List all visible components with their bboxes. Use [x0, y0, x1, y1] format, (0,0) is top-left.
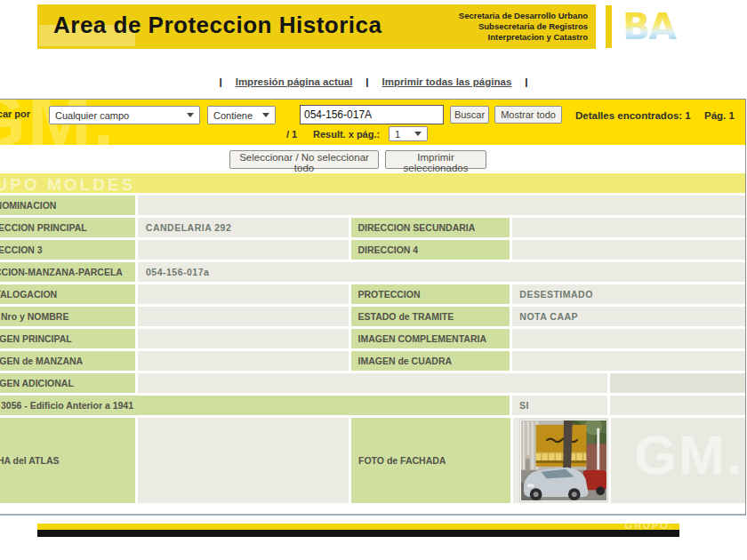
- ba-logo-text: BA: [622, 7, 677, 46]
- search-field-select[interactable]: Cualquier campo: [49, 106, 200, 124]
- field-label-ficha-del-atlas: FICHA del ATLAS: [0, 418, 135, 503]
- table-row: IMAGEN PRINCIPAL IMAGEN COMPLEMENTARIA: [0, 329, 745, 348]
- search-query-input[interactable]: [300, 105, 444, 124]
- separator-pipe: |: [219, 76, 221, 87]
- table-row: SECCION-MANZANA-PARCELA 054-156-017a: [0, 262, 745, 282]
- facade-photo[interactable]: [519, 419, 608, 502]
- footer-yellow-bar: GRUPO.: [37, 524, 679, 530]
- table-filler: GM.: [611, 418, 745, 503]
- org-line-1: Secretaria de Desarrollo Urbano: [459, 11, 588, 21]
- select-all-button[interactable]: Seleccionar / No seleccionar todo: [229, 150, 379, 169]
- field-label-direccion-4: DIRECCION 4: [351, 240, 510, 260]
- field-label-ley-3056: Ley 3056 - Edificio Anterior a 1941: [0, 396, 510, 415]
- field-label-imagen-adicional: IMAGEN ADICIONAL: [0, 373, 135, 393]
- record-table: DENOMINACION DIRECCION PRINCIPAL CANDELA…: [0, 196, 745, 503]
- field-value-denominacion: [138, 196, 745, 215]
- page-title: Area de Proteccion Historica: [53, 12, 382, 39]
- gm-watermark: GM.: [634, 423, 743, 486]
- search-operator-value: Contiene: [213, 110, 253, 121]
- field-value-proteccion: DESESTIMADO: [512, 284, 745, 304]
- field-label-direccion-principal: DIRECCION PRINCIPAL: [0, 218, 135, 237]
- table-filler: [610, 373, 745, 393]
- field-value-catalogacion: [138, 284, 349, 304]
- table-row: Ley Nro y NOMBRE ESTADO de TRAMITE NOTA …: [0, 307, 745, 326]
- print-all-pages-link[interactable]: Imprimir todas las páginas: [382, 76, 512, 87]
- banner-divider: [606, 5, 612, 48]
- app-banner: Area de Proteccion Historica Secretaria …: [37, 4, 683, 49]
- field-value-imagen-principal: [138, 329, 349, 348]
- foto-de-fachada-cell: [513, 418, 608, 503]
- grupo-watermark: GRUPO.: [625, 520, 674, 531]
- field-value-imagen-complementaria: [512, 329, 745, 348]
- page-indicator: Pág. 1: [704, 110, 735, 121]
- results-per-page-select[interactable]: 1: [389, 126, 428, 141]
- field-value-ley-nro-nombre: [138, 307, 349, 326]
- field-label-ley-nro-nombre: Ley Nro y NOMBRE: [0, 307, 135, 326]
- chevron-down-icon: [262, 113, 269, 117]
- footer: GRUPO.: [37, 524, 679, 537]
- field-label-denominacion: DENOMINACION: [0, 196, 135, 215]
- field-value-direccion-3: [138, 240, 349, 260]
- print-links-row: | Impresión página actual | Imprimir tod…: [0, 76, 747, 87]
- field-value-direccion-secundaria: [512, 218, 745, 237]
- field-label-imagen-de-cuadra: IMAGEN de CUADRA: [351, 351, 510, 371]
- print-current-page-link[interactable]: Impresión página actual: [236, 76, 353, 87]
- org-line-2: Subsecretaria de Registros: [459, 21, 588, 32]
- field-label-imagen-complementaria: IMAGEN COMPLEMENTARIA: [351, 329, 510, 348]
- field-label-direccion-3: DIRECCION 3: [0, 240, 135, 260]
- field-value-direccion-principal: CANDELARIA 292: [138, 218, 349, 237]
- footer-black-bar: [37, 530, 679, 537]
- divider-band: GRUPO MOLDES: [0, 173, 745, 193]
- page: Area de Proteccion Historica Secretaria …: [0, 0, 747, 560]
- field-value-direccion-4: [512, 240, 745, 260]
- field-value-ficha-del-atlas: [138, 418, 349, 503]
- search-button[interactable]: Buscar: [450, 106, 489, 124]
- field-value-estado-de-tramite: NOTA CAAP: [512, 307, 745, 326]
- print-selected-button[interactable]: Imprimir seleccionados: [385, 150, 486, 169]
- chevron-down-icon: [414, 132, 422, 136]
- search-bar: GM. Buscar por Cualquier campo Contiene …: [0, 100, 745, 145]
- table-row: Ley 3056 - Edificio Anterior a 1941 SI: [0, 396, 745, 415]
- show-all-button[interactable]: Mostrar todo: [494, 106, 562, 124]
- org-lines: Secretaria de Desarrollo Urbano Subsecre…: [459, 11, 588, 43]
- field-label-proteccion: PROTECCION: [351, 284, 510, 304]
- of-pages-label: / 1: [286, 129, 297, 140]
- field-label-catalogacion: CATALOGACION: [0, 284, 135, 304]
- field-label-foto-de-fachada: FOTO de FACHADA: [351, 418, 510, 503]
- field-label-imagen-principal: IMAGEN PRINCIPAL: [0, 329, 135, 348]
- results-per-page-value: 1: [395, 129, 400, 140]
- search-operator-select[interactable]: Contiene: [207, 106, 276, 124]
- table-row: DENOMINACION: [0, 196, 745, 215]
- search-field-value: Cualquier campo: [55, 110, 129, 121]
- results-per-page-label: Result. x pág.:: [313, 129, 380, 140]
- field-value-imagen-adicional: [138, 373, 607, 393]
- table-filler: [610, 396, 745, 415]
- table-row: IMAGEN ADICIONAL: [0, 373, 745, 393]
- banner-background: Area de Proteccion Historica Secretaria …: [37, 4, 596, 49]
- field-value-seccion-manzana-parcela: 054-156-017a: [138, 262, 745, 282]
- field-label-estado-de-tramite: ESTADO de TRAMITE: [351, 307, 510, 326]
- results-frame: GM. Buscar por Cualquier campo Contiene …: [0, 99, 746, 516]
- search-by-label: Buscar por: [0, 108, 30, 119]
- table-row: DIRECCION 3 DIRECCION 4: [0, 240, 745, 260]
- table-row: IMAGEN de MANZANA IMAGEN de CUADRA: [0, 351, 745, 371]
- field-label-imagen-de-manzana: IMAGEN de MANZANA: [0, 351, 135, 371]
- table-row: FICHA del ATLAS FOTO de FACHADA: [0, 418, 745, 503]
- field-label-direccion-secundaria: DIRECCION SECUNDARIA: [351, 218, 510, 237]
- details-found-count: Detalles encontrados: 1: [575, 110, 691, 121]
- field-label-seccion-manzana-parcela: SECCION-MANZANA-PARCELA: [0, 262, 135, 282]
- table-row: CATALOGACION PROTECCION DESESTIMADO: [0, 284, 745, 304]
- org-line-3: Interpretacion y Catastro: [459, 32, 588, 43]
- separator-pipe: |: [365, 76, 368, 87]
- chevron-down-icon: [187, 113, 194, 117]
- actions-row: Seleccionar / No seleccionar todo Imprim…: [0, 145, 745, 173]
- field-value-ley-3056: SI: [512, 396, 607, 415]
- grupo-moldes-watermark: GRUPO MOLDES: [0, 175, 135, 193]
- ba-logo: BA: [622, 7, 683, 46]
- separator-pipe: |: [525, 76, 527, 87]
- field-value-imagen-de-cuadra: [512, 351, 745, 371]
- field-value-imagen-de-manzana: [138, 351, 349, 371]
- table-row: DIRECCION PRINCIPAL CANDELARIA 292 DIREC…: [0, 218, 745, 237]
